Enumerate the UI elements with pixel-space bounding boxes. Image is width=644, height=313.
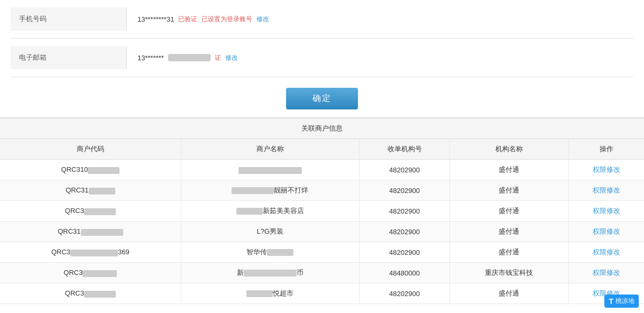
cell-action[interactable]: 权限修改	[568, 180, 644, 201]
table-row: QRC31 L?G男装 48202900 盛付通 权限修改	[0, 222, 644, 242]
table-title: 关联商户信息	[0, 118, 644, 139]
email-masked: 13*******	[137, 54, 164, 62]
cell-name: L?G男装	[181, 222, 359, 242]
cell-name	[181, 160, 359, 180]
table-row: QRC3 新茹美美容店 48202900 盛付通 权限修改	[0, 201, 644, 222]
merchant-table: 商户代码 商户名称 收单机构号 机构名称 操作 QRC310 48202900 …	[0, 139, 644, 304]
phone-modify-link[interactable]: 修改	[256, 15, 269, 24]
email-value-container: 13******* 证 修改	[137, 53, 633, 62]
cell-action[interactable]: 权限修改	[568, 201, 644, 222]
phone-value-container: 13********31 已验证 已设置为登录账号 修改	[137, 15, 633, 24]
watermark-icon: T	[609, 297, 613, 306]
cell-name: 悦超市	[181, 283, 359, 304]
cell-org: 盛付通	[449, 283, 568, 304]
watermark-badge: T 桃凉地	[604, 294, 639, 308]
email-row: 电子邮箱 13******* 证 修改	[11, 39, 633, 77]
action-link[interactable]: 权限修改	[593, 165, 620, 173]
email-modify-link[interactable]: 修改	[225, 53, 238, 62]
phone-verified-badge: 已验证	[178, 15, 197, 24]
cell-action[interactable]: 权限修改	[568, 160, 644, 180]
col-header-org: 机构名称	[449, 139, 568, 160]
table-row: QRC3 新 币 48480000 重庆市钱宝科技 权限修改	[0, 263, 644, 283]
col-header-acquirer: 收单机构号	[360, 139, 450, 160]
table-row: QRC3 369 智华传 48202900 盛付通 权限修改	[0, 242, 644, 263]
table-section: 关联商户信息 商户代码 商户名称 收单机构号 机构名称 操作 QRC310 48…	[0, 117, 644, 304]
col-header-name: 商户名称	[181, 139, 359, 160]
email-label: 电子邮箱	[11, 46, 127, 69]
cell-acquirer: 48202900	[360, 180, 450, 201]
email-verify-text: 证	[215, 53, 221, 62]
cell-code: QRC3	[0, 263, 181, 283]
confirm-section: 确定	[0, 77, 644, 117]
cell-code: QRC310	[0, 160, 181, 180]
cell-org: 盛付通	[449, 180, 568, 201]
action-link[interactable]: 权限修改	[593, 227, 620, 235]
cell-name: 智华传	[181, 242, 359, 263]
table-row: QRC3 悦超市 48202900 盛付通 权限修改	[0, 283, 644, 304]
cell-code: QRC3	[0, 201, 181, 222]
info-section: 手机号码 13********31 已验证 已设置为登录账号 修改 电子邮箱 1…	[0, 0, 644, 77]
cell-org: 盛付通	[449, 222, 568, 242]
cell-name: 新茹美美容店	[181, 201, 359, 222]
cell-acquirer: 48202900	[360, 283, 450, 304]
phone-label: 手机号码	[11, 7, 127, 31]
cell-org: 盛付通	[449, 160, 568, 180]
email-blur	[168, 54, 210, 61]
action-link[interactable]: 权限修改	[593, 207, 620, 215]
cell-name: 靓丽不打烊	[181, 180, 359, 201]
cell-acquirer: 48202900	[360, 160, 450, 180]
action-link[interactable]: 权限修改	[593, 186, 620, 194]
cell-acquirer: 48480000	[360, 263, 450, 283]
table-row: QRC310 48202900 盛付通 权限修改	[0, 160, 644, 180]
cell-acquirer: 48202900	[360, 201, 450, 222]
table-row: QRC31 靓丽不打烊 48202900 盛付通 权限修改	[0, 180, 644, 201]
cell-name: 新 币	[181, 263, 359, 283]
cell-org: 盛付通	[449, 201, 568, 222]
phone-login-badge: 已设置为登录账号	[201, 15, 252, 24]
cell-code: QRC31	[0, 180, 181, 201]
cell-code: QRC3	[0, 283, 181, 304]
cell-acquirer: 48202900	[360, 222, 450, 242]
cell-action[interactable]: 权限修改	[568, 222, 644, 242]
action-link[interactable]: 权限修改	[593, 269, 620, 277]
cell-org: 盛付通	[449, 242, 568, 263]
cell-code: QRC3 369	[0, 242, 181, 263]
table-header-row: 商户代码 商户名称 收单机构号 机构名称 操作	[0, 139, 644, 160]
col-header-code: 商户代码	[0, 139, 181, 160]
watermark-text: 桃凉地	[615, 297, 634, 306]
cell-code: QRC31	[0, 222, 181, 242]
cell-org: 重庆市钱宝科技	[449, 263, 568, 283]
phone-masked: 13********31	[137, 15, 174, 23]
cell-acquirer: 48202900	[360, 242, 450, 263]
page-wrapper: 手机号码 13********31 已验证 已设置为登录账号 修改 电子邮箱 1…	[0, 0, 644, 313]
action-link[interactable]: 权限修改	[593, 248, 620, 256]
cell-action[interactable]: 权限修改	[568, 242, 644, 263]
col-header-action: 操作	[568, 139, 644, 160]
phone-row: 手机号码 13********31 已验证 已设置为登录账号 修改	[11, 0, 633, 39]
confirm-button[interactable]: 确定	[286, 88, 358, 109]
cell-action[interactable]: 权限修改	[568, 263, 644, 283]
